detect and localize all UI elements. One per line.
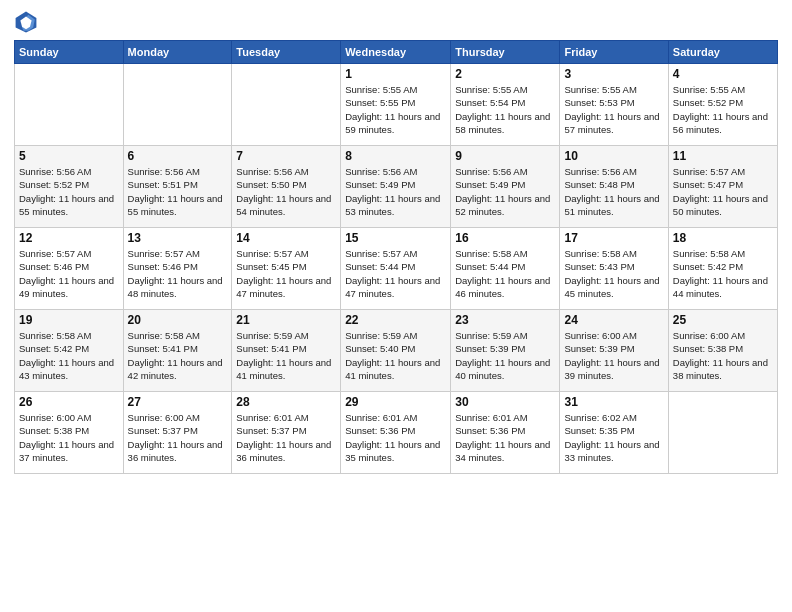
day-number: 3: [564, 67, 663, 81]
header: [14, 10, 778, 34]
day-info: Sunrise: 5:57 AMSunset: 5:45 PMDaylight:…: [236, 247, 336, 300]
weekday-header: Thursday: [451, 41, 560, 64]
calendar-week-row: 1Sunrise: 5:55 AMSunset: 5:55 PMDaylight…: [15, 64, 778, 146]
day-info: Sunrise: 6:02 AMSunset: 5:35 PMDaylight:…: [564, 411, 663, 464]
calendar-cell: 29Sunrise: 6:01 AMSunset: 5:36 PMDayligh…: [341, 392, 451, 474]
day-info: Sunrise: 5:56 AMSunset: 5:50 PMDaylight:…: [236, 165, 336, 218]
page: SundayMondayTuesdayWednesdayThursdayFrid…: [0, 0, 792, 612]
calendar-cell: 1Sunrise: 5:55 AMSunset: 5:55 PMDaylight…: [341, 64, 451, 146]
calendar-cell: 4Sunrise: 5:55 AMSunset: 5:52 PMDaylight…: [668, 64, 777, 146]
day-number: 2: [455, 67, 555, 81]
weekday-row: SundayMondayTuesdayWednesdayThursdayFrid…: [15, 41, 778, 64]
calendar-cell: 2Sunrise: 5:55 AMSunset: 5:54 PMDaylight…: [451, 64, 560, 146]
day-number: 8: [345, 149, 446, 163]
calendar: SundayMondayTuesdayWednesdayThursdayFrid…: [14, 40, 778, 474]
logo-icon: [14, 10, 38, 34]
day-number: 15: [345, 231, 446, 245]
calendar-week-row: 19Sunrise: 5:58 AMSunset: 5:42 PMDayligh…: [15, 310, 778, 392]
calendar-week-row: 5Sunrise: 5:56 AMSunset: 5:52 PMDaylight…: [15, 146, 778, 228]
day-number: 5: [19, 149, 119, 163]
day-info: Sunrise: 5:59 AMSunset: 5:41 PMDaylight:…: [236, 329, 336, 382]
day-info: Sunrise: 5:56 AMSunset: 5:48 PMDaylight:…: [564, 165, 663, 218]
day-number: 22: [345, 313, 446, 327]
day-info: Sunrise: 5:58 AMSunset: 5:42 PMDaylight:…: [673, 247, 773, 300]
day-info: Sunrise: 6:00 AMSunset: 5:38 PMDaylight:…: [19, 411, 119, 464]
day-info: Sunrise: 5:58 AMSunset: 5:41 PMDaylight:…: [128, 329, 228, 382]
calendar-cell: 12Sunrise: 5:57 AMSunset: 5:46 PMDayligh…: [15, 228, 124, 310]
day-info: Sunrise: 5:58 AMSunset: 5:43 PMDaylight:…: [564, 247, 663, 300]
weekday-header: Friday: [560, 41, 668, 64]
day-number: 14: [236, 231, 336, 245]
day-info: Sunrise: 5:57 AMSunset: 5:46 PMDaylight:…: [19, 247, 119, 300]
calendar-cell: 22Sunrise: 5:59 AMSunset: 5:40 PMDayligh…: [341, 310, 451, 392]
day-info: Sunrise: 5:56 AMSunset: 5:52 PMDaylight:…: [19, 165, 119, 218]
day-info: Sunrise: 5:55 AMSunset: 5:55 PMDaylight:…: [345, 83, 446, 136]
day-info: Sunrise: 5:59 AMSunset: 5:39 PMDaylight:…: [455, 329, 555, 382]
day-info: Sunrise: 5:58 AMSunset: 5:44 PMDaylight:…: [455, 247, 555, 300]
calendar-cell: 9Sunrise: 5:56 AMSunset: 5:49 PMDaylight…: [451, 146, 560, 228]
day-number: 28: [236, 395, 336, 409]
logo: [14, 10, 40, 34]
day-info: Sunrise: 5:59 AMSunset: 5:40 PMDaylight:…: [345, 329, 446, 382]
day-number: 17: [564, 231, 663, 245]
day-number: 4: [673, 67, 773, 81]
weekday-header: Monday: [123, 41, 232, 64]
calendar-cell: 25Sunrise: 6:00 AMSunset: 5:38 PMDayligh…: [668, 310, 777, 392]
calendar-cell: 14Sunrise: 5:57 AMSunset: 5:45 PMDayligh…: [232, 228, 341, 310]
calendar-cell: 16Sunrise: 5:58 AMSunset: 5:44 PMDayligh…: [451, 228, 560, 310]
day-info: Sunrise: 5:56 AMSunset: 5:51 PMDaylight:…: [128, 165, 228, 218]
calendar-week-row: 12Sunrise: 5:57 AMSunset: 5:46 PMDayligh…: [15, 228, 778, 310]
calendar-cell: 13Sunrise: 5:57 AMSunset: 5:46 PMDayligh…: [123, 228, 232, 310]
calendar-cell: 20Sunrise: 5:58 AMSunset: 5:41 PMDayligh…: [123, 310, 232, 392]
weekday-header: Saturday: [668, 41, 777, 64]
calendar-cell: 6Sunrise: 5:56 AMSunset: 5:51 PMDaylight…: [123, 146, 232, 228]
calendar-header: SundayMondayTuesdayWednesdayThursdayFrid…: [15, 41, 778, 64]
day-number: 29: [345, 395, 446, 409]
day-info: Sunrise: 5:57 AMSunset: 5:44 PMDaylight:…: [345, 247, 446, 300]
day-number: 24: [564, 313, 663, 327]
day-number: 21: [236, 313, 336, 327]
day-number: 7: [236, 149, 336, 163]
weekday-header: Wednesday: [341, 41, 451, 64]
calendar-cell: [15, 64, 124, 146]
calendar-cell: 28Sunrise: 6:01 AMSunset: 5:37 PMDayligh…: [232, 392, 341, 474]
calendar-cell: 24Sunrise: 6:00 AMSunset: 5:39 PMDayligh…: [560, 310, 668, 392]
calendar-cell: [123, 64, 232, 146]
calendar-cell: 3Sunrise: 5:55 AMSunset: 5:53 PMDaylight…: [560, 64, 668, 146]
calendar-cell: 30Sunrise: 6:01 AMSunset: 5:36 PMDayligh…: [451, 392, 560, 474]
weekday-header: Sunday: [15, 41, 124, 64]
calendar-body: 1Sunrise: 5:55 AMSunset: 5:55 PMDaylight…: [15, 64, 778, 474]
calendar-cell: 11Sunrise: 5:57 AMSunset: 5:47 PMDayligh…: [668, 146, 777, 228]
calendar-cell: 8Sunrise: 5:56 AMSunset: 5:49 PMDaylight…: [341, 146, 451, 228]
calendar-cell: [668, 392, 777, 474]
calendar-cell: 7Sunrise: 5:56 AMSunset: 5:50 PMDaylight…: [232, 146, 341, 228]
weekday-header: Tuesday: [232, 41, 341, 64]
day-info: Sunrise: 5:55 AMSunset: 5:52 PMDaylight:…: [673, 83, 773, 136]
day-info: Sunrise: 5:57 AMSunset: 5:47 PMDaylight:…: [673, 165, 773, 218]
day-number: 27: [128, 395, 228, 409]
day-number: 6: [128, 149, 228, 163]
day-number: 16: [455, 231, 555, 245]
calendar-cell: 23Sunrise: 5:59 AMSunset: 5:39 PMDayligh…: [451, 310, 560, 392]
day-number: 20: [128, 313, 228, 327]
day-number: 11: [673, 149, 773, 163]
day-number: 25: [673, 313, 773, 327]
day-info: Sunrise: 6:00 AMSunset: 5:39 PMDaylight:…: [564, 329, 663, 382]
day-info: Sunrise: 5:56 AMSunset: 5:49 PMDaylight:…: [345, 165, 446, 218]
day-info: Sunrise: 5:56 AMSunset: 5:49 PMDaylight:…: [455, 165, 555, 218]
day-number: 31: [564, 395, 663, 409]
day-number: 12: [19, 231, 119, 245]
calendar-cell: 19Sunrise: 5:58 AMSunset: 5:42 PMDayligh…: [15, 310, 124, 392]
day-info: Sunrise: 6:01 AMSunset: 5:36 PMDaylight:…: [345, 411, 446, 464]
day-number: 10: [564, 149, 663, 163]
day-number: 30: [455, 395, 555, 409]
day-info: Sunrise: 5:57 AMSunset: 5:46 PMDaylight:…: [128, 247, 228, 300]
day-number: 26: [19, 395, 119, 409]
calendar-cell: 26Sunrise: 6:00 AMSunset: 5:38 PMDayligh…: [15, 392, 124, 474]
day-number: 18: [673, 231, 773, 245]
calendar-cell: 31Sunrise: 6:02 AMSunset: 5:35 PMDayligh…: [560, 392, 668, 474]
calendar-cell: 17Sunrise: 5:58 AMSunset: 5:43 PMDayligh…: [560, 228, 668, 310]
calendar-cell: 10Sunrise: 5:56 AMSunset: 5:48 PMDayligh…: [560, 146, 668, 228]
day-number: 13: [128, 231, 228, 245]
calendar-cell: 15Sunrise: 5:57 AMSunset: 5:44 PMDayligh…: [341, 228, 451, 310]
